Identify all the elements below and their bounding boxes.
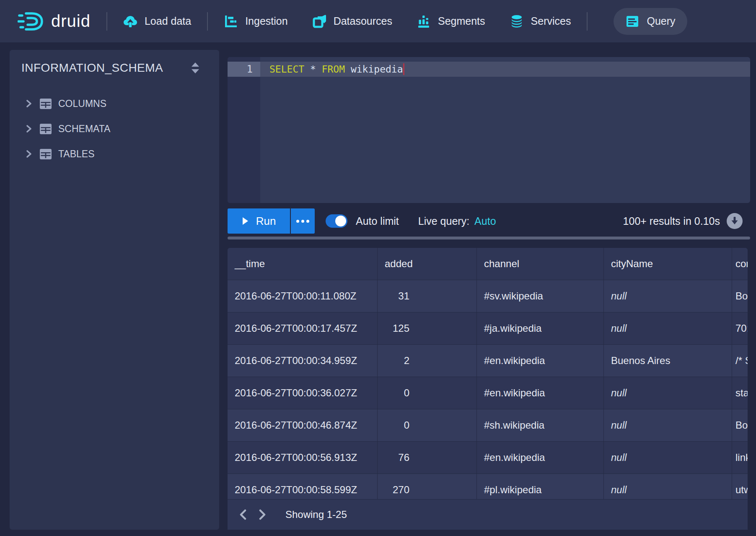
table-cell[interactable]: /* S (732, 345, 748, 377)
table-cell[interactable]: 125 (378, 312, 477, 344)
live-query-label: Live query: (418, 215, 469, 227)
nav-item-label: Ingestion (245, 15, 287, 27)
auto-limit-label[interactable]: Auto limit (356, 215, 399, 227)
table-cell[interactable]: 2016-06-27T00:00:17.457Z (228, 312, 378, 344)
sql-token (304, 64, 310, 75)
nav-item-ingestion[interactable]: Ingestion (224, 14, 287, 29)
tree-item-label: SCHEMATA (58, 123, 110, 135)
table-icon (39, 148, 52, 160)
download-icon[interactable] (727, 213, 743, 229)
druid-logo-icon (18, 11, 44, 31)
live-query-value[interactable]: Auto (474, 215, 496, 227)
showing-label: Showing 1-25 (285, 509, 347, 520)
nav-item-services[interactable]: Services (510, 14, 571, 29)
pagination-bar: Showing 1-25 (228, 499, 748, 530)
editor-gutter (228, 57, 260, 203)
tree-item-label: TABLES (58, 148, 95, 160)
sql-editor[interactable]: 1 SELECT * FROM wikipedia (228, 57, 750, 203)
stacked-squares-icon (312, 14, 326, 29)
table-cell[interactable]: #en.wikipedia (477, 345, 604, 377)
schema-tree: COLUMNS SCHEMATA TABLES (20, 91, 209, 167)
table-cell[interactable]: 2016-06-27T00:00:34.959Z (228, 345, 378, 377)
druid-logo[interactable]: druid (18, 11, 91, 31)
schema-title: INFORMATION_SCHEMA (21, 61, 163, 75)
top-nav: druid Load data Ingestion (0, 0, 756, 42)
table-cell[interactable]: null (604, 377, 732, 409)
prev-page-button[interactable] (233, 505, 253, 525)
nav-item-label: Segments (438, 15, 485, 27)
nav-item-query[interactable]: Query (614, 8, 687, 35)
cloud-upload-icon (123, 14, 137, 29)
header-cell[interactable]: added (378, 248, 477, 280)
table-cell[interactable]: #ja.wikipedia (477, 312, 604, 344)
table-cell[interactable]: #sh.wikipedia (477, 409, 604, 441)
table-cell[interactable]: null (604, 409, 732, 441)
schema-sidebar: INFORMATION_SCHEMA COLUMNS SCHEMATA TABL… (10, 50, 219, 530)
run-bar: Run Auto limit Live query: Auto 100+ res… (228, 208, 750, 234)
nav-item-load-data[interactable]: Load data (123, 14, 191, 29)
horizontal-scrollbar[interactable] (228, 237, 750, 239)
table-cell[interactable]: 0 (378, 409, 477, 441)
table-row: 2016-06-27T00:00:56.913Z76#en.wikipedian… (228, 442, 748, 474)
table-cell[interactable]: #en.wikipedia (477, 377, 604, 409)
nav-group: Ingestion Datasources Segments (224, 14, 571, 29)
nav-item-segments[interactable]: Segments (417, 14, 485, 29)
table-cell[interactable]: null (604, 312, 732, 344)
header-cell[interactable]: cityName (604, 248, 732, 280)
table-row: 2016-06-27T00:00:11.080Z31#sv.wikipedian… (228, 280, 748, 312)
sql-token (316, 64, 322, 75)
tree-item-tables[interactable]: TABLES (20, 141, 209, 167)
results-info: 100+ results in 0.10s (623, 215, 720, 227)
sidebar-header: INFORMATION_SCHEMA (20, 61, 209, 75)
table-cell[interactable]: 70: (732, 312, 748, 344)
gantt-chart-icon (224, 14, 238, 29)
sql-token: FROM (322, 64, 345, 75)
more-button[interactable] (291, 208, 315, 234)
table-cell[interactable]: null (604, 280, 732, 312)
table-cell[interactable]: 2016-06-27T00:00:11.080Z (228, 280, 378, 312)
tree-item-columns[interactable]: COLUMNS (20, 91, 209, 116)
table-cell[interactable]: Bot (732, 409, 748, 441)
table-cell[interactable]: 2016-06-27T00:00:56.913Z (228, 442, 378, 474)
table-row: 2016-06-27T00:00:46.874Z0#sh.wikipedianu… (228, 409, 748, 442)
nav-item-label: Datasources (334, 15, 392, 27)
table-cell[interactable]: link (732, 442, 748, 474)
next-page-button[interactable] (253, 505, 272, 525)
chevron-right-icon (25, 99, 33, 108)
table-cell[interactable]: sta (732, 377, 748, 409)
play-icon (242, 217, 249, 225)
sql-token: * (310, 64, 316, 75)
table-cell[interactable]: Buenos Aires (604, 345, 732, 377)
table-cell[interactable]: #en.wikipedia (477, 442, 604, 474)
chevron-right-icon (25, 150, 33, 158)
code-line-content: SELECT * FROM wikipedia (269, 64, 403, 75)
sql-code-line[interactable]: SELECT * FROM wikipedia (260, 62, 750, 77)
auto-limit-toggle[interactable] (326, 214, 347, 228)
table-cell[interactable]: 0 (378, 377, 477, 409)
nav-item-datasources[interactable]: Datasources (312, 14, 392, 29)
table-cell[interactable]: Bot (732, 280, 748, 312)
run-button[interactable]: Run (228, 208, 290, 234)
table-cell[interactable]: 2016-06-27T00:00:36.027Z (228, 377, 378, 409)
sql-token: SELECT (269, 64, 304, 75)
header-cell[interactable]: __time (228, 248, 378, 280)
table-cell[interactable]: 2 (378, 345, 477, 377)
table-cell[interactable]: 31 (378, 280, 477, 312)
run-button-label: Run (256, 215, 276, 228)
header-cell[interactable]: comment (732, 248, 748, 280)
more-icon (296, 220, 299, 223)
nav-item-label: Services (531, 15, 571, 27)
chevron-right-icon (258, 509, 267, 520)
table-cell[interactable]: 2016-06-27T00:00:46.874Z (228, 409, 378, 441)
double-caret-vertical-icon[interactable] (189, 61, 202, 75)
toggle-knob (335, 216, 346, 226)
database-icon (510, 14, 524, 29)
table-cell[interactable]: null (604, 442, 732, 474)
console-icon (625, 14, 639, 29)
table-cell[interactable]: 76 (378, 442, 477, 474)
table-cell[interactable]: #sv.wikipedia (477, 280, 604, 312)
logo-wordmark: druid (51, 12, 91, 31)
tree-item-schemata[interactable]: SCHEMATA (20, 116, 209, 141)
header-cell[interactable]: channel (477, 248, 604, 280)
tree-item-label: COLUMNS (58, 98, 106, 109)
